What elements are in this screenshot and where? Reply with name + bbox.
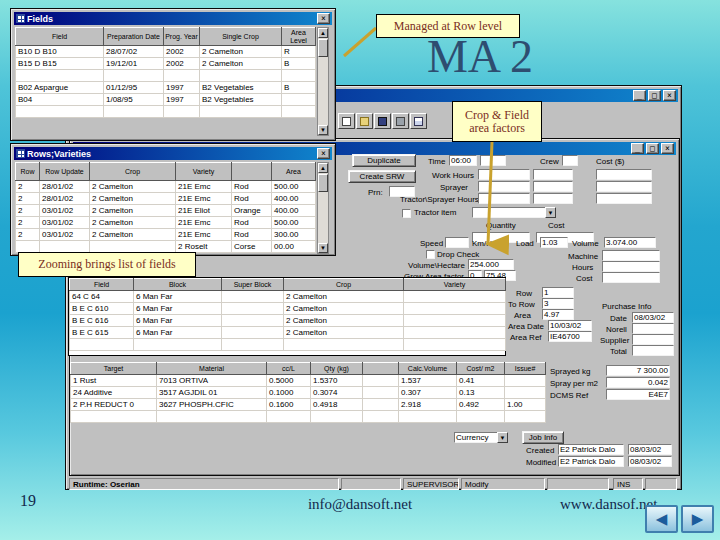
print-button[interactable] (392, 113, 409, 129)
sprayer-cost-field[interactable] (596, 181, 652, 192)
rows-window-close-button[interactable]: × (317, 148, 330, 159)
minimize-button[interactable]: _ (633, 90, 646, 101)
close-button[interactable]: × (663, 90, 676, 101)
column-header[interactable] (363, 363, 399, 375)
created-by-field[interactable]: E2 Patrick Dalo (558, 444, 624, 455)
volume-hectare-field[interactable]: 254.000 (468, 259, 514, 270)
table-row[interactable] (71, 411, 546, 423)
column-header[interactable]: Qty (kg) (311, 363, 363, 375)
table-row[interactable]: B02 Aspargue01/12/951997B2 VegetablesB (16, 82, 316, 94)
duplicate-button[interactable]: Duplicate (352, 154, 416, 167)
table-row[interactable]: B E C 6156 Man Far2 Camelton (70, 327, 506, 339)
tractor-item-dropdown-icon[interactable]: ▼ (545, 207, 556, 218)
child-minimize-button[interactable]: _ (631, 143, 644, 154)
work-hours-cost-field[interactable] (596, 169, 652, 180)
crew-field[interactable] (562, 155, 578, 166)
column-header[interactable]: Issue# (505, 363, 546, 375)
spray-per-m2-field[interactable]: 0.042 (606, 377, 670, 388)
table-row[interactable]: 24 Additive3517 AGJDIL 010.10000.30740.3… (71, 387, 546, 399)
modified-date-field[interactable]: 08/03/02 (628, 456, 672, 467)
table-row[interactable] (70, 339, 506, 351)
created-date-field[interactable]: 08/03/02 (628, 444, 672, 455)
column-header[interactable]: Variety (404, 279, 506, 291)
column-header[interactable]: Area (272, 163, 316, 181)
time-to-field[interactable] (480, 155, 506, 166)
column-header[interactable]: Block (134, 279, 222, 291)
machine-field[interactable] (602, 250, 660, 261)
tractor-item-checkbox[interactable] (402, 209, 411, 218)
table-row[interactable]: 1 Rust7013 ORTIVA0.50001.53701.5370.41 (71, 375, 546, 387)
table-row[interactable]: 203/01/022 Camelton21E EliotOrange400.00 (16, 205, 316, 217)
volume-field[interactable]: 3.074.00 (604, 237, 656, 248)
fields-window-close-button[interactable]: × (317, 13, 330, 24)
to-row-field[interactable]: 3 (542, 298, 574, 309)
job-info-button[interactable]: Job Info (522, 431, 564, 444)
column-header[interactable]: Super Block (222, 279, 284, 291)
column-header[interactable]: Prog. Year (164, 28, 200, 46)
table-row[interactable]: 64 C 646 Man Far2 Camelton (70, 291, 506, 303)
table-row[interactable]: 228/01/022 Camelton21E EmcRod400.00 (16, 193, 316, 205)
table-row[interactable]: 2 RoseltCorse00.00 (16, 241, 316, 253)
child-close-button[interactable]: × (661, 143, 674, 154)
work-hours-field[interactable] (478, 169, 530, 180)
column-header[interactable]: Area Level (282, 28, 316, 46)
open-button[interactable] (356, 113, 373, 129)
purchase-date-field[interactable]: 08/03/02 (632, 312, 674, 323)
rows-scrollbar[interactable]: ▲ ▼ (317, 162, 329, 254)
mail-button[interactable] (410, 113, 427, 129)
tractor-hours-field[interactable] (478, 193, 530, 204)
column-header[interactable]: Row (16, 163, 40, 181)
column-header[interactable]: Variety (176, 163, 232, 181)
modified-by-field[interactable]: E2 Patrick Dalo (558, 456, 624, 467)
column-header[interactable]: Target (71, 363, 157, 375)
row-field[interactable]: 1 (542, 287, 574, 298)
table-row[interactable]: 228/01/022 Camelton21E EmcRod500.00 (16, 181, 316, 193)
column-header[interactable]: Cost/ m2 (457, 363, 505, 375)
sprayed-field[interactable]: 7 300.00 (606, 365, 670, 376)
sprayer-field2[interactable] (533, 181, 573, 192)
table-row[interactable]: 203/01/022 Camelton21E EmcRod500.00 (16, 217, 316, 229)
column-header[interactable]: Crop (284, 279, 404, 291)
scroll-down-icon[interactable]: ▼ (318, 125, 328, 135)
table-row[interactable] (16, 70, 316, 82)
tractor-item-select[interactable] (472, 207, 556, 218)
time-from-field[interactable]: 06:00 (449, 155, 477, 166)
area-ref-field[interactable]: IE46700 (548, 331, 592, 342)
column-header[interactable]: Field (70, 279, 134, 291)
speed-field[interactable] (445, 237, 469, 248)
column-header[interactable]: cc/L (267, 363, 311, 375)
table-row[interactable]: B041/08/951997B2 Vegetables (16, 94, 316, 106)
scroll-up-icon[interactable]: ▲ (318, 163, 328, 173)
column-header[interactable]: Preparation Date (104, 28, 164, 46)
scroll-thumb[interactable] (318, 174, 328, 192)
column-header[interactable]: Material (157, 363, 267, 375)
table-row[interactable]: B15 D B1519/12/0120022 CameltonB (16, 58, 316, 70)
column-header[interactable]: Field (16, 28, 104, 46)
work-hours-field2[interactable] (533, 169, 573, 180)
nav-back-button[interactable]: ◀ (645, 505, 678, 533)
table-row[interactable]: B E C 6106 Man Far2 Camelton (70, 303, 506, 315)
table-row[interactable]: 2 P.H REDUCT 03627 PHOSPH.CFIC0.16000.49… (71, 399, 546, 411)
column-header[interactable]: Single Crop (200, 28, 282, 46)
save-button[interactable] (374, 113, 391, 129)
sprayer-field[interactable] (478, 181, 530, 192)
maximize-button[interactable]: □ (648, 90, 661, 101)
table-row[interactable]: 203/01/022 Camelton21E EmcRod300.00 (16, 229, 316, 241)
currency-dropdown-icon[interactable]: ▼ (497, 432, 508, 443)
dcms-ref-field[interactable]: E4E7 (606, 389, 670, 400)
area-field[interactable]: 4.97 (542, 309, 574, 320)
load-field[interactable]: 1.03 (540, 237, 568, 248)
scroll-down-icon[interactable]: ▼ (318, 243, 328, 253)
machine-cost-field[interactable] (602, 272, 660, 283)
total-field[interactable] (632, 345, 674, 356)
column-header[interactable]: Calc.Volume (399, 363, 457, 375)
tractor-cost-field[interactable] (596, 193, 652, 204)
child-maximize-button[interactable]: □ (646, 143, 659, 154)
column-header[interactable]: Row Update (40, 163, 90, 181)
rows-window-titlebar[interactable]: Rows;Varieties × (14, 147, 332, 160)
column-header[interactable] (232, 163, 272, 181)
supplier-field[interactable] (632, 334, 674, 345)
column-header[interactable]: Crop (90, 163, 176, 181)
table-row[interactable] (16, 106, 316, 118)
tractor-hours-field2[interactable] (533, 193, 573, 204)
